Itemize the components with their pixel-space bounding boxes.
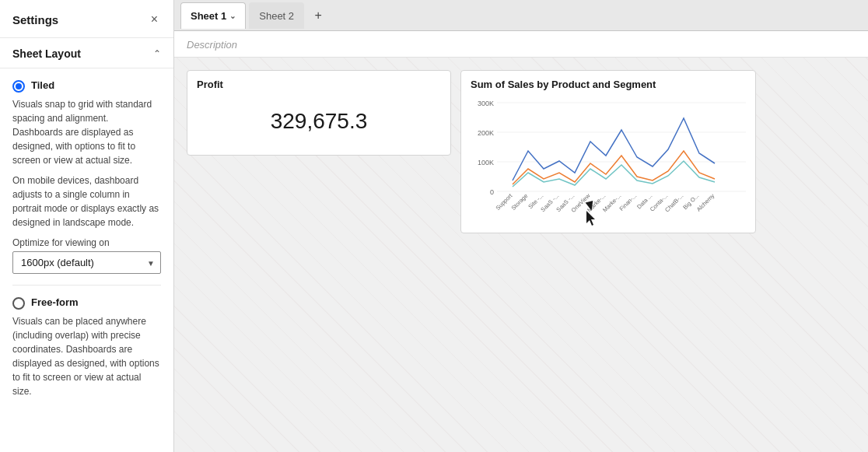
svg-text:0: 0	[490, 188, 494, 196]
divider	[12, 285, 161, 286]
tiled-label: Tiled	[31, 79, 54, 93]
profit-card-title: Profit	[187, 71, 450, 95]
tab-sheet1-chevron: ⌄	[229, 12, 236, 20]
svg-text:Finan-...: Finan-...	[618, 192, 639, 212]
svg-text:200K: 200K	[478, 129, 494, 137]
sidebar-content: Tiled Visuals snap to grid with standard…	[0, 68, 173, 452]
dashboard-canvas: Profit 329,675.3 Sum of Sales by Product…	[174, 58, 868, 452]
svg-text:100K: 100K	[478, 159, 494, 166]
profit-value: 329,675.3	[187, 95, 450, 134]
sheet-layout-title: Sheet Layout	[12, 47, 81, 60]
tab-sheet2-label: Sheet 2	[259, 10, 294, 22]
tab-sheet1[interactable]: Sheet 1 ⌄	[180, 2, 246, 29]
chevron-up-icon: ⌃	[153, 48, 161, 59]
description-area[interactable]: Description	[174, 31, 868, 58]
line-chart-title: Sum of Sales by Product and Segment	[461, 71, 755, 95]
tiled-description-2: On mobile devices, dashboard adjusts to …	[12, 173, 161, 230]
add-tab-button[interactable]: +	[307, 5, 329, 26]
sidebar-title: Settings	[12, 13, 58, 26]
close-button[interactable]: ×	[148, 11, 161, 28]
line-chart-card: Sum of Sales by Product and Segment 300K…	[460, 70, 756, 233]
line-chart-svg: 300K 200K 100K 0	[471, 95, 747, 226]
svg-text:300K: 300K	[478, 100, 494, 107]
freeform-option[interactable]: Free-form	[12, 296, 161, 310]
sheet-layout-section-header[interactable]: Sheet Layout ⌃	[0, 38, 173, 68]
viewport-select[interactable]: 1600px (default) 1280px 1024px 800px	[12, 251, 161, 274]
freeform-label: Free-form	[31, 296, 79, 310]
tab-bar: Sheet 1 ⌄ Sheet 2 +	[174, 0, 868, 31]
tab-sheet2[interactable]: Sheet 2	[249, 2, 304, 29]
tiled-description: Visuals snap to grid with standard spaci…	[12, 97, 161, 167]
svg-text:Storage: Storage	[509, 192, 529, 212]
settings-sidebar: Settings × Sheet Layout ⌃ Tiled Visuals …	[0, 0, 174, 452]
tab-sheet1-label: Sheet 1	[191, 10, 226, 22]
chart-container: 300K 200K 100K 0	[461, 95, 755, 234]
freeform-radio[interactable]	[12, 297, 25, 310]
profit-card: Profit 329,675.3	[187, 70, 451, 156]
freeform-description: Visuals can be placed anywhere (includin…	[12, 314, 161, 398]
main-content: Sheet 1 ⌄ Sheet 2 + Description Profit 3…	[174, 0, 868, 452]
description-placeholder: Description	[187, 39, 237, 51]
optimize-label: Optimize for viewing on	[12, 237, 161, 248]
tiled-option[interactable]: Tiled	[12, 79, 161, 93]
tiled-radio[interactable]	[12, 80, 25, 93]
viewport-select-container: 1600px (default) 1280px 1024px 800px ▼	[12, 251, 161, 274]
sidebar-header: Settings ×	[0, 0, 173, 38]
